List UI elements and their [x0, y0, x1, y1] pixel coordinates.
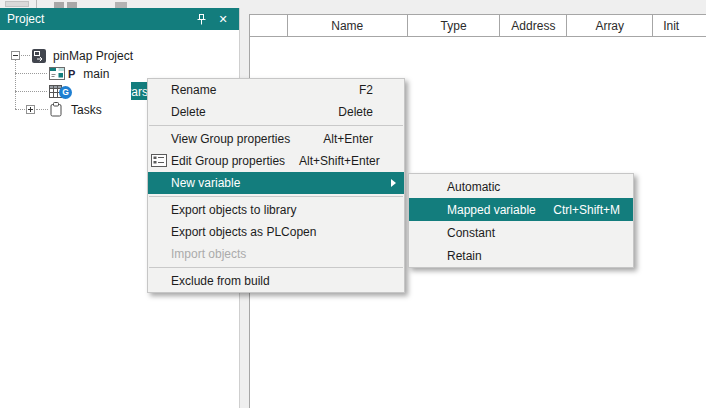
collapse-expander-minus[interactable] — [11, 51, 20, 60]
program-icon — [49, 67, 65, 80]
toolbar-remnant — [0, 0, 706, 8]
tasks-icon — [50, 102, 62, 117]
tree-connector — [36, 109, 48, 110]
column-header-type[interactable]: Type — [408, 15, 501, 36]
tree-connector — [21, 55, 30, 56]
toolbar-separator — [36, 0, 37, 8]
project-icon — [31, 48, 47, 64]
menu-item-new-variable[interactable]: New variable — [148, 172, 404, 194]
tree-connector — [15, 60, 16, 109]
shortcut-label: Delete — [338, 105, 373, 119]
program-letter-icon: P — [68, 68, 75, 80]
shortcut-label: Ctrl+Shift+M — [553, 203, 620, 217]
submenu-arrow-icon — [391, 179, 396, 187]
menu-item-exclude-from-build[interactable]: Exclude from build — [148, 270, 404, 292]
global-badge-icon: G — [59, 86, 72, 99]
tree-item-label: pinMap Project — [53, 49, 133, 63]
tree-item-label: Global_vars — [84, 85, 148, 99]
column-header-rowselector[interactable] — [250, 15, 288, 36]
menu-item-export-objects-as-plcopen[interactable]: Export objects as PLCopen — [148, 221, 404, 243]
shortcut-label: Alt+Enter — [323, 132, 373, 146]
toolbar-icon-fragment — [5, 1, 29, 7]
project-panel-header: Project ✕ — [0, 8, 239, 30]
column-header-init[interactable]: Init — [653, 15, 706, 36]
tree-item-tasks[interactable]: Tasks — [50, 101, 102, 118]
menu-item-export-objects-to-library[interactable]: Export objects to library — [148, 199, 404, 221]
context-menu: Rename F2 Delete Delete View Group prope… — [147, 78, 405, 293]
submenu-item-constant[interactable]: Constant — [409, 221, 633, 244]
submenu-item-automatic[interactable]: Automatic — [409, 175, 633, 198]
tree-item-label: main — [83, 67, 109, 81]
menu-item-view-group-properties[interactable]: View Group properties Alt+Enter — [148, 128, 404, 150]
column-header-array[interactable]: Array — [567, 15, 653, 36]
shortcut-label: F2 — [359, 83, 373, 97]
table-header-row: Name Type Address Array Init — [250, 15, 706, 37]
expand-expander-plus[interactable] — [26, 105, 35, 114]
tree-connector — [15, 73, 47, 74]
menu-item-import-objects: Import objects — [148, 243, 404, 265]
shortcut-label: Alt+Shift+Enter — [299, 154, 380, 168]
menu-separator — [149, 125, 403, 126]
application-window: Project ✕ — [0, 0, 706, 408]
submenu-item-retain[interactable]: Retain — [409, 244, 633, 267]
pin-icon[interactable] — [193, 11, 209, 27]
menu-separator — [149, 267, 403, 268]
column-header-address[interactable]: Address — [500, 15, 567, 36]
form-properties-icon — [151, 154, 167, 170]
menu-item-delete[interactable]: Delete Delete — [148, 101, 404, 123]
panel-title: Project — [7, 12, 187, 26]
menu-separator — [149, 196, 403, 197]
column-header-name[interactable]: Name — [288, 15, 408, 36]
menu-item-edit-group-properties[interactable]: Edit Group properties Alt+Shift+Enter — [148, 150, 404, 172]
tree-connector — [15, 91, 47, 92]
new-variable-submenu: Automatic Mapped variable Ctrl+Shift+M C… — [408, 173, 634, 268]
tree-item-pinmap-project[interactable]: pinMap Project — [31, 47, 133, 64]
menu-item-rename[interactable]: Rename F2 — [148, 79, 404, 101]
tree-connector — [15, 109, 25, 110]
tree-item-label: Tasks — [71, 103, 102, 117]
tree-item-main[interactable]: P main — [49, 65, 109, 82]
submenu-item-mapped-variable[interactable]: Mapped variable Ctrl+Shift+M — [409, 198, 633, 221]
close-icon[interactable]: ✕ — [215, 11, 231, 27]
